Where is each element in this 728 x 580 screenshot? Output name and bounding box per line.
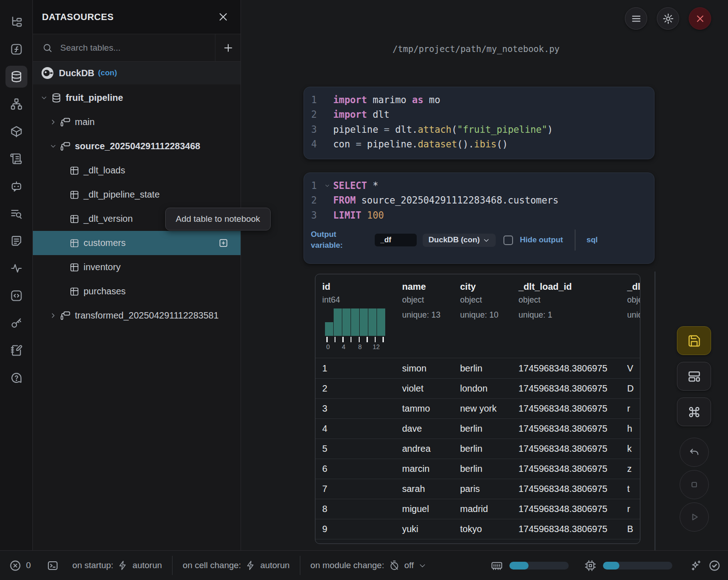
logs-icon[interactable] (0, 200, 33, 227)
add-datasource-button[interactable] (215, 34, 241, 61)
function-icon[interactable] (0, 36, 33, 63)
connection-row[interactable]: DuckDB (con) (33, 62, 241, 84)
tree-item-purchases[interactable]: purchases (33, 279, 241, 303)
cell-language-label[interactable]: sql (587, 235, 598, 246)
code-cell-sql[interactable]: 1SELECT *2FROM source_202504291112283468… (304, 172, 655, 264)
sql-output-bar: Output variable: DuckDB (con) Hide outpu… (304, 225, 654, 255)
error-count: 0 (26, 560, 31, 570)
tree-item-customers[interactable]: customers (33, 231, 241, 255)
snippets-icon[interactable] (0, 227, 33, 255)
tree-item-main[interactable]: main (33, 110, 241, 134)
panel-title: DATASOURCES (42, 12, 114, 22)
terminal-icon (47, 559, 59, 572)
table-icon (69, 190, 79, 200)
code-icon[interactable] (0, 282, 33, 309)
table-row (315, 539, 640, 544)
run-button[interactable] (680, 502, 709, 532)
layout-button[interactable] (677, 362, 711, 391)
column-header-id[interactable]: idint6404812 (315, 274, 395, 358)
fold-chevron-icon[interactable] (324, 178, 333, 193)
chevron-down-icon[interactable] (40, 94, 51, 102)
hide-output-checkbox[interactable] (503, 235, 513, 245)
command-palette-button[interactable] (677, 397, 711, 426)
connection-alias: (con) (98, 68, 117, 78)
on-startup-toggle[interactable]: on startup: autorun (73, 560, 162, 570)
tree-item-_dlt_loads[interactable]: _dlt_loads (33, 158, 241, 183)
shutdown-button[interactable] (689, 7, 711, 30)
chevron-down-icon (483, 237, 490, 244)
column-header-name[interactable]: nameobjectunique: 13 (395, 274, 453, 358)
cpu-icon (584, 559, 597, 572)
secrets-icon[interactable] (0, 309, 33, 337)
chevron-down-icon (419, 562, 426, 570)
datasource-tree: fruit_pipelinemainsource_202504291112283… (33, 84, 241, 328)
on-cell-change-toggle[interactable]: on cell change: autorun (183, 560, 289, 570)
right-action-rail (677, 326, 711, 535)
file-tree-icon[interactable] (0, 8, 33, 36)
activity-icon[interactable] (0, 255, 33, 282)
scrollbar-track[interactable] (655, 272, 655, 550)
save-button[interactable] (677, 326, 711, 355)
terminal-button[interactable] (47, 559, 59, 572)
x-circle-icon (9, 559, 21, 572)
ram-icon (491, 559, 503, 572)
close-icon[interactable] (218, 11, 229, 22)
timer-off-icon (389, 560, 400, 571)
tree-item-inventory[interactable]: inventory (33, 255, 241, 279)
column-header-city[interactable]: cityobjectunique: 10 (453, 274, 512, 358)
table-body: 1simonberlin1745968348.3806975V2violetlo… (315, 358, 640, 544)
hide-output-label: Hide output (520, 235, 566, 246)
panel-header: DATASOURCES (33, 0, 241, 34)
output-variable-label: Output variable: (311, 229, 363, 251)
result-table: idint6404812nameobjectunique: 13cityobje… (315, 274, 640, 544)
tree-item-source_202504291112283468[interactable]: source_202504291112283468 (33, 134, 241, 158)
output-variable-input[interactable] (375, 234, 417, 246)
fold-gutter (324, 107, 333, 122)
activity-bar (0, 0, 33, 550)
script-icon[interactable] (0, 145, 33, 172)
ram-usage-bar (509, 562, 569, 570)
table-row: 2violetlondon1745968348.3806975D (315, 378, 640, 398)
menu-button[interactable] (625, 7, 647, 30)
search-row (33, 34, 241, 62)
chevron-right-icon[interactable] (49, 118, 60, 126)
schema-icon (60, 141, 71, 152)
ai-sparkles-button[interactable] (690, 559, 702, 572)
settings-button[interactable] (657, 7, 679, 30)
table-icon (69, 166, 79, 176)
error-indicator[interactable]: 0 (9, 559, 31, 572)
column-header-_dlt_id[interactable]: _dlt_idobjectunique: 13 (620, 274, 640, 358)
chevron-right-icon[interactable] (49, 312, 60, 319)
tree-item-_dlt_pipeline_state[interactable]: _dlt_pipeline_state (33, 183, 241, 207)
undo-button[interactable] (680, 438, 709, 467)
table-row: 8miguelmadrid1745968348.3806975r (315, 499, 640, 519)
add-table-button[interactable] (218, 238, 229, 248)
table-row: 6marcinberlin1745968348.3806975z (315, 459, 640, 479)
fold-gutter (324, 122, 333, 137)
zap-icon (118, 560, 128, 570)
duckdb-logo-icon (41, 67, 54, 79)
search-input[interactable] (60, 43, 188, 53)
table-icon (69, 287, 79, 297)
chevron-down-icon[interactable] (49, 142, 60, 150)
connection-name: DuckDB (59, 68, 94, 78)
code-cell-imports[interactable]: 1import marimo as mo2import dlt3pipeline… (304, 87, 655, 159)
help-icon[interactable] (0, 364, 33, 392)
scratchpad-icon[interactable] (0, 337, 33, 364)
column-header-_dlt_load_id[interactable]: _dlt_load_idobjectunique: 1 (512, 274, 620, 358)
tree-item-fruit_pipeline[interactable]: fruit_pipeline (33, 86, 241, 110)
hierarchy-icon[interactable] (0, 90, 33, 118)
connection-status-button[interactable] (708, 559, 721, 572)
package-icon[interactable] (0, 118, 33, 145)
database-icon[interactable] (0, 63, 33, 90)
tree-item-transformed_202504291112283581[interactable]: transformed_202504291112283581 (33, 303, 241, 328)
on-module-change-toggle[interactable]: on module change: off (310, 560, 426, 571)
cpu-usage-bar (603, 562, 672, 570)
table-header: idint6404812nameobjectunique: 13cityobje… (315, 274, 640, 358)
schema-icon (60, 117, 71, 127)
assistant-icon[interactable] (0, 172, 33, 200)
stop-button[interactable] (680, 470, 709, 499)
engine-dropdown[interactable]: DuckDB (con) (423, 234, 496, 247)
table-row: 4daveberlin1745968348.3806975h (315, 418, 640, 439)
fold-gutter (324, 208, 333, 223)
